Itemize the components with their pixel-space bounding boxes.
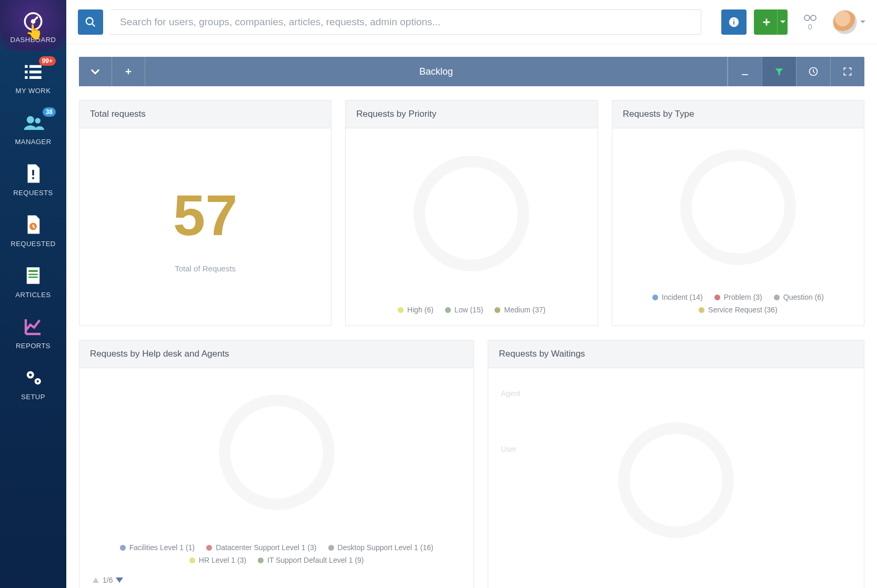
widget-title: Requests by Priority xyxy=(346,100,597,128)
article-icon xyxy=(22,265,44,287)
users-icon xyxy=(22,111,44,134)
user-menu[interactable] xyxy=(833,10,865,34)
svg-rect-5 xyxy=(29,70,42,73)
legend-item[interactable]: Question (6) xyxy=(774,293,824,301)
mask-icon xyxy=(802,13,818,23)
filter-icon xyxy=(774,66,784,77)
legend-item[interactable]: Service Request (36) xyxy=(699,306,778,314)
svg-rect-13 xyxy=(27,267,40,284)
legend-item[interactable]: Medium (37) xyxy=(495,306,546,314)
modbar-schedule[interactable] xyxy=(796,57,830,86)
legend-item[interactable]: Low (15) xyxy=(445,306,483,314)
sidebar-item-label: REQUESTED xyxy=(0,240,66,248)
agents-donut xyxy=(219,394,335,510)
widget-row-1: Total requests 57 Total of Requests Requ… xyxy=(79,100,864,326)
widget-title: Total requests xyxy=(79,100,331,128)
axis-label: User xyxy=(501,445,520,453)
legend-item[interactable]: HR Level 1 (3) xyxy=(189,556,246,564)
svg-rect-3 xyxy=(29,65,42,68)
svg-rect-15 xyxy=(28,274,38,276)
waitings-donut xyxy=(618,422,734,538)
widget-title: Requests by Help desk and Agents xyxy=(79,340,473,368)
priority-legend: High (6)Low (15)Medium (37) xyxy=(346,298,597,326)
chevron-down-icon xyxy=(116,577,123,583)
module-bar: Backlog xyxy=(79,57,864,86)
sidebar-item-label: MANAGER xyxy=(0,138,66,146)
search-input[interactable] xyxy=(110,9,701,35)
sidebar-item-mywork[interactable]: 99+ MY WORK xyxy=(0,51,66,102)
svg-point-21 xyxy=(86,17,93,24)
priority-donut xyxy=(414,156,529,271)
info-button[interactable] xyxy=(721,9,747,35)
svg-point-8 xyxy=(27,116,34,124)
download-icon xyxy=(740,66,750,77)
plus-icon xyxy=(761,16,772,28)
search-icon xyxy=(85,16,96,28)
svg-rect-6 xyxy=(25,76,27,79)
sidebar-item-label: SETUP xyxy=(0,393,66,401)
topbar: 0 xyxy=(66,0,877,44)
widget-title: Requests by Waitings xyxy=(488,340,864,368)
svg-rect-23 xyxy=(733,21,734,24)
sidebar-item-reports[interactable]: REPORTS xyxy=(0,306,66,357)
sidebar-item-setup[interactable]: SETUP xyxy=(0,357,66,408)
fullscreen-icon xyxy=(842,66,853,77)
avatar xyxy=(833,10,857,34)
agents-pager[interactable]: 1/6 xyxy=(79,576,473,588)
legend-item[interactable]: Problem (3) xyxy=(714,293,762,301)
widget-title: Requests by Type xyxy=(612,100,864,128)
sidebar-item-articles[interactable]: ARTICLES xyxy=(0,255,66,306)
legend-item[interactable]: Facilities Level 1 (1) xyxy=(120,543,195,552)
widget-priority: Requests by Priority High (6)Low (15)Med… xyxy=(345,100,598,326)
incognito-button[interactable]: 0 xyxy=(795,13,825,31)
legend-item[interactable]: Desktop Support Level 1 (16) xyxy=(328,543,434,552)
svg-point-9 xyxy=(35,118,41,124)
sidebar-item-label: REPORTS xyxy=(0,342,66,350)
chevron-down-icon xyxy=(780,19,785,25)
module-title: Backlog xyxy=(145,57,728,86)
widget-type: Requests by Type Incident (14)Problem (3… xyxy=(612,100,864,326)
axis-label: Agent xyxy=(501,389,520,398)
svg-rect-11 xyxy=(32,177,34,179)
chevron-down-icon xyxy=(860,19,865,25)
modbar-filter[interactable] xyxy=(762,57,796,86)
badge: 99+ xyxy=(39,56,56,66)
svg-point-1 xyxy=(32,20,34,23)
left-rail: 👆 DASHBOARD 99+ MY WORK 38 MANAGER REQUE… xyxy=(0,0,66,588)
add-button[interactable] xyxy=(754,9,779,35)
widget-agents: Requests by Help desk and Agents Facilit… xyxy=(79,340,474,588)
sidebar-item-label: ARTICLES xyxy=(0,291,66,299)
file-clock-icon xyxy=(22,214,44,236)
total-requests-caption: Total of Requests xyxy=(175,264,236,273)
sidebar-item-label: REQUESTS xyxy=(0,189,66,197)
widget-total-requests: Total requests 57 Total of Requests xyxy=(79,100,331,326)
svg-rect-7 xyxy=(29,76,42,79)
svg-rect-2 xyxy=(25,65,27,68)
sidebar-item-requested[interactable]: REQUESTED xyxy=(0,204,66,255)
sidebar-item-dashboard[interactable]: 👆 DASHBOARD xyxy=(0,0,66,51)
sidebar-item-requests[interactable]: REQUESTS xyxy=(0,153,66,204)
widget-row-2: Requests by Help desk and Agents Facilit… xyxy=(79,340,864,588)
svg-rect-24 xyxy=(733,19,734,20)
chart-icon xyxy=(22,316,44,338)
legend-item[interactable]: Datacenter Support Level 1 (3) xyxy=(206,543,316,552)
search-button[interactable] xyxy=(78,9,103,35)
svg-point-18 xyxy=(29,373,32,376)
clock-icon xyxy=(808,66,819,77)
modbar-download[interactable] xyxy=(728,57,762,86)
add-dropdown[interactable] xyxy=(777,9,788,35)
svg-rect-16 xyxy=(28,277,38,278)
legend-item[interactable]: High (6) xyxy=(398,306,434,314)
modbar-fullscreen[interactable] xyxy=(830,57,864,86)
legend-item[interactable]: IT Support Default Level 1 (9) xyxy=(258,556,364,564)
modbar-expand[interactable] xyxy=(79,57,112,86)
sidebar-item-manager[interactable]: 38 MANAGER xyxy=(0,102,66,153)
svg-point-25 xyxy=(804,15,810,21)
type-donut xyxy=(680,149,796,265)
modbar-add[interactable] xyxy=(112,57,145,86)
agents-legend: Facilities Level 1 (1)Datacenter Support… xyxy=(79,536,473,576)
legend-item[interactable]: Incident (14) xyxy=(652,293,703,301)
gears-icon xyxy=(22,367,44,389)
svg-rect-14 xyxy=(28,270,38,272)
waitings-axis: AgentUser xyxy=(501,389,520,453)
